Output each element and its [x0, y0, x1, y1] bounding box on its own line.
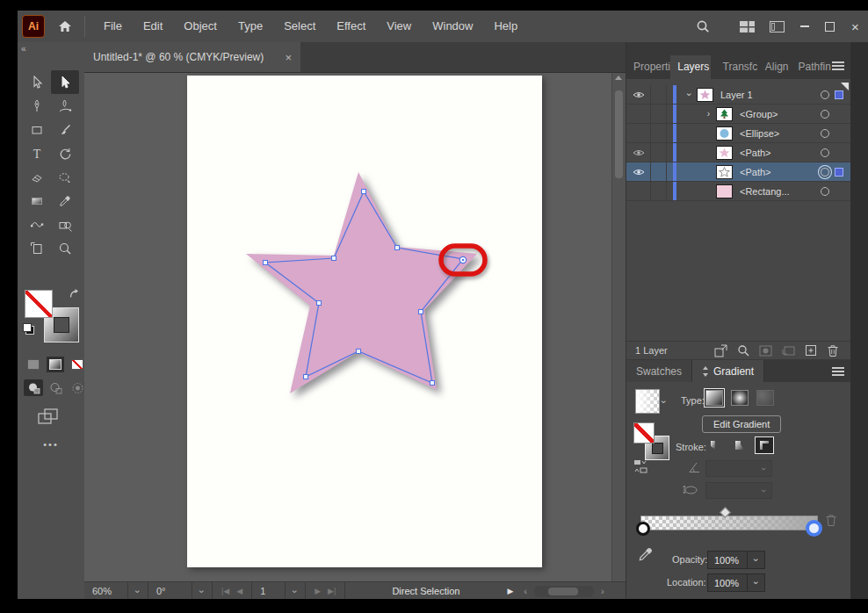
- radial-gradient-button[interactable]: [729, 388, 750, 407]
- layer-row-path-selected[interactable]: <Path>: [626, 162, 851, 182]
- fill-swatch-none[interactable]: [633, 422, 655, 444]
- locate-object-icon[interactable]: [737, 344, 749, 357]
- gradient-preset-chevron-icon[interactable]: ›: [659, 400, 669, 404]
- gradient-eyedropper-icon[interactable]: [637, 545, 655, 563]
- width-tool[interactable]: [23, 213, 51, 236]
- menu-type[interactable]: Type: [228, 11, 273, 42]
- expand-chevron-icon[interactable]: ›: [701, 109, 716, 119]
- close-button[interactable]: ×: [843, 11, 868, 42]
- layer-row-rectangle[interactable]: <Rectang...: [626, 182, 851, 201]
- type-tool[interactable]: T: [23, 141, 51, 165]
- draw-behind-button[interactable]: [46, 379, 65, 396]
- eraser-tool[interactable]: [23, 165, 51, 189]
- menu-window[interactable]: Window: [422, 11, 483, 42]
- tab-gradient[interactable]: Gradient: [692, 360, 764, 382]
- layer-row-path[interactable]: <Path>: [626, 143, 851, 162]
- previous-artboard-icon[interactable]: ◀: [236, 587, 242, 595]
- paintbrush-tool[interactable]: [51, 118, 79, 141]
- reverse-gradient-icon[interactable]: [633, 459, 647, 473]
- more-tools-icon[interactable]: •••: [18, 439, 84, 450]
- document-close-icon[interactable]: ×: [285, 51, 292, 64]
- eyedropper-tool[interactable]: [51, 189, 79, 213]
- document-tab[interactable]: Untitled-1* @ 60 % (CMYK/Preview) ×: [84, 42, 300, 72]
- artboard-navigation-select[interactable]: 1 ›: [252, 582, 306, 600]
- target-circle-targeted[interactable]: [821, 168, 829, 177]
- visibility-toggle[interactable]: [626, 162, 651, 181]
- viewport[interactable]: [84, 73, 626, 581]
- pen-tool[interactable]: [23, 94, 51, 118]
- menu-file[interactable]: File: [93, 11, 133, 42]
- visibility-toggle[interactable]: [626, 143, 651, 162]
- visibility-toggle[interactable]: [626, 105, 651, 123]
- menu-effect[interactable]: Effect: [326, 11, 376, 42]
- layer-thumbnail[interactable]: [716, 126, 733, 141]
- zoom-level-select[interactable]: 60% ›: [84, 582, 148, 600]
- layer-name[interactable]: <Rectang...: [740, 186, 790, 197]
- menu-edit[interactable]: Edit: [133, 11, 173, 42]
- gradient-slider[interactable]: [640, 516, 816, 529]
- direct-selection-tool[interactable]: [51, 70, 79, 94]
- swap-fill-stroke-icon[interactable]: [69, 288, 80, 299]
- vertical-scroll-thumb[interactable]: [615, 90, 623, 178]
- menu-help[interactable]: Help: [483, 11, 528, 42]
- layer-thumbnail[interactable]: [716, 184, 733, 198]
- lock-toggle[interactable]: [651, 124, 667, 142]
- rectangle-tool[interactable]: [23, 118, 51, 141]
- layer-name[interactable]: <Ellipse>: [740, 128, 779, 139]
- tab-properties[interactable]: Properti: [626, 55, 670, 79]
- edit-gradient-button[interactable]: Edit Gradient: [702, 415, 781, 433]
- tab-pathfinder[interactable]: Pathfin: [792, 55, 832, 79]
- layer-thumbnail[interactable]: [716, 107, 733, 121]
- minimize-button[interactable]: [792, 11, 817, 42]
- layer-name[interactable]: Layer 1: [720, 90, 753, 100]
- status-expand-icon[interactable]: ▶: [507, 587, 513, 595]
- layer-row-layer1[interactable]: › Layer 1: [626, 85, 851, 105]
- menu-view[interactable]: View: [376, 11, 422, 42]
- shape-builder-tool[interactable]: [51, 213, 79, 236]
- layer-name[interactable]: <Path>: [740, 148, 770, 158]
- target-circle[interactable]: [821, 187, 829, 196]
- opacity-select[interactable]: 100% ›: [707, 551, 765, 569]
- scroll-up-arrow[interactable]: [615, 76, 622, 80]
- stroke-across-button[interactable]: [755, 436, 774, 454]
- visibility-toggle[interactable]: [626, 124, 651, 142]
- zoom-tool[interactable]: [51, 236, 79, 260]
- gradient-panel-menu-icon[interactable]: [832, 365, 844, 378]
- target-circle[interactable]: [821, 110, 829, 119]
- gradient-stop-left[interactable]: [636, 522, 650, 536]
- layer-name[interactable]: <Path>: [740, 167, 770, 177]
- menu-object[interactable]: Object: [173, 11, 228, 42]
- delete-layer-icon[interactable]: [827, 344, 839, 357]
- gradient-stop-right-selected[interactable]: [806, 520, 822, 537]
- rotate-tool[interactable]: [51, 141, 79, 165]
- rotation-select[interactable]: 0° ›: [148, 582, 213, 600]
- maximize-button[interactable]: [817, 11, 843, 42]
- lock-toggle[interactable]: [651, 143, 667, 162]
- curvature-tool[interactable]: [51, 94, 79, 118]
- gradient-button[interactable]: [47, 357, 64, 372]
- workspace-switcher-icon[interactable]: [732, 11, 762, 42]
- visibility-toggle[interactable]: [626, 85, 651, 104]
- layer-name[interactable]: <Group>: [740, 109, 778, 119]
- vertical-scrollbar[interactable]: [611, 73, 626, 581]
- draw-normal-button[interactable]: [24, 379, 43, 396]
- tab-layers[interactable]: Layers: [670, 55, 710, 79]
- gradient-tool[interactable]: [23, 189, 51, 213]
- layer-thumbnail[interactable]: [697, 88, 713, 102]
- layer-row-group[interactable]: › <Group>: [626, 105, 851, 124]
- default-fill-stroke-icon[interactable]: [23, 323, 34, 335]
- arrange-documents-icon[interactable]: [762, 11, 792, 42]
- target-circle[interactable]: [821, 90, 829, 99]
- star-artwork[interactable]: [84, 73, 612, 581]
- visibility-toggle[interactable]: [626, 182, 651, 200]
- tab-align[interactable]: Align: [758, 55, 792, 79]
- target-circle[interactable]: [821, 129, 829, 138]
- stroke-along-button[interactable]: [730, 436, 749, 454]
- collect-for-export-icon[interactable]: [714, 344, 727, 357]
- scroll-right-arrow[interactable]: ›: [601, 586, 604, 596]
- next-artboard-icon[interactable]: ▶: [315, 587, 321, 595]
- lock-toggle[interactable]: [651, 105, 667, 123]
- new-layer-icon[interactable]: [805, 344, 817, 357]
- color-button[interactable]: [25, 357, 42, 372]
- lock-toggle[interactable]: [651, 162, 667, 181]
